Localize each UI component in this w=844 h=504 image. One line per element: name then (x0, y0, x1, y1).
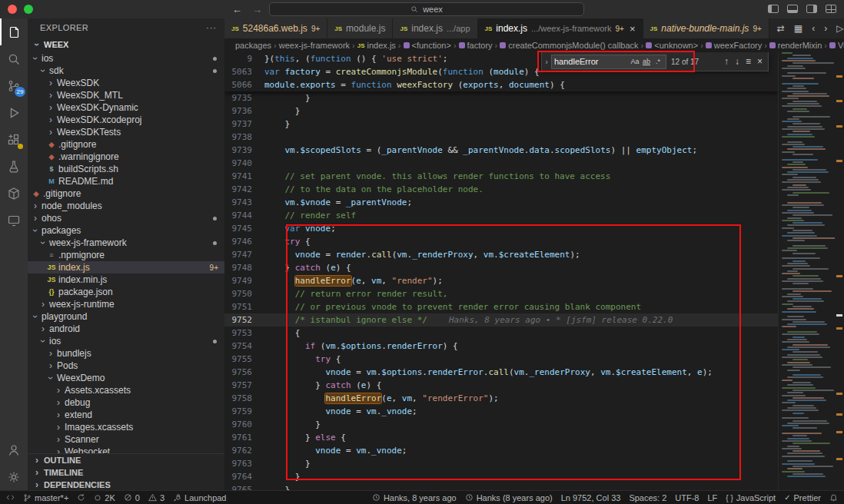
sidebar-section-dependencies[interactable]: ›DEPENDENCIES (28, 479, 224, 490)
code-line[interactable]: 9764 } (224, 470, 778, 483)
code-line[interactable]: 9765 } (224, 483, 778, 490)
code-line[interactable]: 9744 // render self (224, 209, 778, 222)
source-control-icon[interactable]: 29 (0, 72, 28, 99)
status-notifications[interactable] (829, 493, 838, 502)
tree-folder[interactable]: ›sdk (28, 65, 224, 77)
tree-folder[interactable]: ›WeexDemo (28, 372, 224, 384)
tree-folder[interactable]: ›extend (28, 409, 224, 421)
status-errors[interactable]: 0 (124, 493, 140, 502)
breadcrumb-item[interactable]: <unknown> (646, 41, 698, 50)
tree-folder[interactable]: ›Images.xcassets (28, 421, 224, 433)
status-language[interactable]: { }JavaScript (726, 493, 776, 502)
tree-folder[interactable]: ›ohos (28, 212, 224, 224)
status-blame-line[interactable]: Hanks (8 years ago) (465, 493, 553, 502)
code-line[interactable]: 9760 } (224, 418, 778, 431)
code-line[interactable]: 9749 handleError(e, vm, "render"); (224, 274, 778, 287)
status-cursor-position[interactable]: Ln 9752, Col 33 (561, 493, 621, 502)
nav-forward-icon[interactable]: › (824, 23, 827, 34)
tree-file[interactable]: JSindex.js9+ (28, 261, 224, 274)
code-line[interactable]: 9761 } else { (224, 431, 778, 444)
status-formatter[interactable]: ✓Prettier (784, 493, 821, 502)
code-line[interactable]: 9743 vm.$vnode = _parentVnode; (224, 196, 778, 209)
tree-folder[interactable]: ›node_modules (28, 200, 224, 212)
close-window-button[interactable] (8, 5, 17, 14)
code-line[interactable]: 9737 } (224, 118, 778, 131)
tree-file[interactable]: ≡.npmignore (28, 249, 224, 261)
minimap[interactable] (778, 52, 835, 490)
status-commit-count[interactable]: 2K (94, 493, 115, 502)
toggle-sidebar-icon[interactable] (768, 5, 779, 13)
tab[interactable]: JSmodule.js (327, 18, 393, 38)
tree-file[interactable]: MREADME.md (28, 175, 224, 187)
code-line[interactable]: 9746 try { (224, 235, 778, 248)
code-line[interactable]: 9751 // or previous vnode to prevent ren… (224, 300, 778, 313)
code-line[interactable]: 9755 try { (224, 353, 778, 366)
previous-match-icon[interactable]: ↑ (724, 56, 729, 67)
find-input[interactable]: handleError Aa ab .* (551, 55, 666, 69)
code-line[interactable]: 9750 // return error render result, (224, 287, 778, 300)
code-line[interactable]: 9757 } catch (e) { (224, 379, 778, 392)
testing-icon[interactable] (0, 153, 28, 180)
run-icon[interactable]: ▷ (836, 23, 843, 34)
tree-file[interactable]: ◆.warningignore (28, 151, 224, 163)
find-in-selection-icon[interactable]: ≡ (746, 56, 751, 67)
close-find-icon[interactable]: × (757, 56, 763, 67)
code-line[interactable]: 9739 vm.$scopedSlots = (_parentVnode && … (224, 144, 778, 157)
tree-folder[interactable]: ›Scanner (28, 433, 224, 446)
tab[interactable]: JSindex.js.../weex-js-framework9+× (478, 18, 643, 38)
layout-icon[interactable]: ▦ (794, 23, 802, 34)
account-icon[interactable] (0, 436, 28, 463)
toggle-panel-icon[interactable] (787, 5, 798, 13)
match-case-toggle[interactable]: Aa (630, 58, 640, 65)
tab[interactable]: JSindex.js.../app (393, 18, 477, 38)
tree-folder[interactable]: ›bundlejs (28, 347, 224, 360)
breadcrumb-item[interactable]: <function> (404, 41, 451, 50)
code-line[interactable]: 9741 // set parent vnode. this allows re… (224, 170, 778, 183)
status-branch[interactable]: master*+ (23, 493, 68, 502)
status-remote[interactable] (6, 493, 15, 502)
next-match-icon[interactable]: ↓ (735, 56, 739, 67)
status-sync[interactable] (77, 493, 85, 502)
status-encoding[interactable]: UTF-8 (675, 493, 699, 502)
tree-folder[interactable]: ›ios (28, 335, 224, 347)
tree-folder[interactable]: ›WeexSDK-Dynamic (28, 101, 224, 114)
code-line[interactable]: 5066module.exports = function weexFactor… (224, 78, 778, 91)
tree-folder[interactable]: ›WeexSDKTests (28, 126, 224, 138)
code-line[interactable]: 9753 { (224, 327, 778, 340)
code-line[interactable]: 9758 handleError(e, vm, "renderError"); (224, 392, 778, 405)
navigate-back-button[interactable]: ← (232, 4, 242, 15)
status-indentation[interactable]: Spaces: 2 (629, 493, 666, 502)
code-line[interactable]: 9742 // to the data on the placeholder n… (224, 183, 778, 196)
code-line[interactable]: 9752 /* istanbul ignore else */Hanks, 8 … (224, 313, 778, 327)
breadcrumb-item[interactable]: weexFactory (706, 41, 762, 50)
workspace-section-header[interactable]: › WEEX (28, 37, 224, 52)
tree-file[interactable]: ◆.gitignore (28, 138, 224, 151)
regex-toggle[interactable]: .* (653, 58, 663, 65)
breadcrumb-item[interactable]: weex-js-framework (279, 41, 350, 50)
breadcrumb-item[interactable]: createCommonjsModule() callback (500, 41, 638, 50)
breadcrumb-item[interactable]: JSindex.js (357, 41, 396, 50)
tree-folder[interactable]: ›Pods (28, 360, 224, 372)
tree-folder[interactable]: ›playground (28, 310, 224, 323)
tree-folder[interactable]: ›WeexSDK_MTL (28, 89, 224, 101)
tree-folder[interactable]: ›Assets.xcassets (28, 384, 224, 396)
tree-folder[interactable]: ›WeexSDK.xcodeproj (28, 114, 224, 126)
run-debug-icon[interactable] (0, 99, 28, 126)
tree-file[interactable]: ◆.gitignore (28, 187, 224, 200)
sidebar-section-timeline[interactable]: ›TIMELINE (28, 466, 224, 479)
code-line[interactable]: 9762 vnode = vm._vnode; (224, 444, 778, 457)
toggle-replace-icon[interactable]: › (542, 57, 551, 66)
customize-layout-icon[interactable] (826, 5, 836, 13)
tree-file[interactable]: {}package.json (28, 286, 224, 298)
status-launchpad[interactable]: Launchpad (173, 493, 226, 502)
tree-folder[interactable]: ›debug (28, 396, 224, 409)
search-icon[interactable] (0, 45, 28, 72)
code-line[interactable]: 9735 } (224, 91, 778, 104)
whole-word-toggle[interactable]: ab (641, 58, 652, 65)
tree-folder[interactable]: ›packages (28, 224, 224, 237)
code-line[interactable]: 9748 } catch (e) { (224, 261, 778, 274)
navigate-forward-button[interactable]: → (252, 4, 262, 15)
tree-folder[interactable]: ›WeexSDK (28, 77, 224, 89)
explorer-icon[interactable] (0, 18, 28, 45)
code-line[interactable]: 9759 vnode = vm._vnode; (224, 405, 778, 418)
